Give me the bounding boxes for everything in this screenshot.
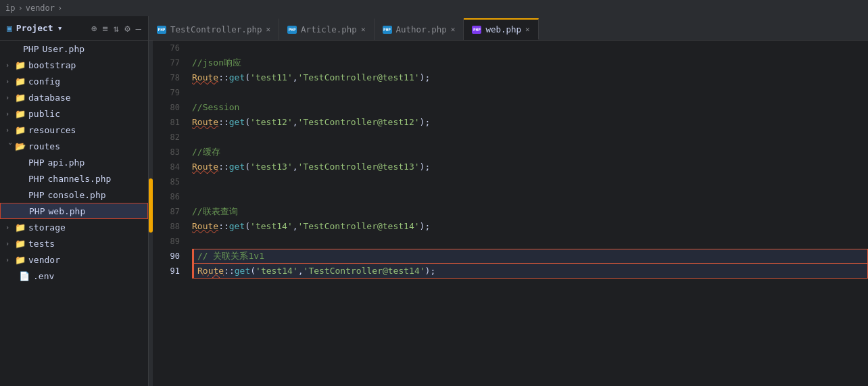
breadcrumb-sep1: › [18, 3, 22, 13]
chevron-public: › [5, 110, 15, 118]
tab-web-php[interactable]: PHP web.php ✕ [464, 18, 538, 40]
tree-item-routes[interactable]: › 📂 routes [0, 138, 148, 154]
tab-icon-article: PHP [287, 26, 297, 34]
comma-84: , [293, 160, 298, 174]
tree-item-env[interactable]: 📄 .env [0, 268, 148, 284]
folder-icon-vendor: 📁 [15, 255, 26, 265]
tree-item-bootstrap[interactable]: › 📁 bootstrap [0, 57, 148, 73]
paren2-81: ); [420, 115, 431, 130]
php-icon-user: PHP [23, 44, 39, 54]
tab-author[interactable]: PHP Author.php ✕ [375, 18, 464, 40]
code-line-81: Route::get('test12','TestController@test… [192, 115, 868, 130]
code-line-91: Route::get('test14','TestController@test… [192, 264, 868, 279]
tree-item-public[interactable]: › 📁 public [0, 105, 148, 122]
line-numbers: 76 77 78 79 80 81 82 83 84 85 86 87 88 8… [153, 41, 187, 386]
chevron-database: › [5, 94, 15, 101]
tree-item-storage[interactable]: › 📁 storage [0, 219, 148, 235]
routes-label: routes [28, 141, 60, 151]
comma-78: , [293, 70, 298, 85]
ln-80: 80 [153, 100, 180, 115]
str2-84: 'TestController@test13' [298, 160, 420, 174]
tree-item-channels-php[interactable]: PHP channels.php [0, 170, 148, 187]
operator-88: :: [218, 219, 229, 234]
tab-close-test-controller[interactable]: ✕ [266, 25, 270, 34]
tree-item-config[interactable]: › 📁 config [0, 73, 148, 89]
ln-90: 90 [153, 249, 180, 264]
code-editor[interactable]: 76 77 78 79 80 81 82 83 84 85 86 87 88 8… [149, 41, 868, 386]
sidebar-header: ▣ Project ▾ ⊕ ≡ ⇅ ⚙ — [0, 16, 148, 41]
comment-relation: // 关联关系1v1 [197, 249, 264, 264]
tab-close-author[interactable]: ✕ [451, 25, 456, 34]
route-keyword-78: Route [192, 70, 218, 85]
tree-item-api-php[interactable]: PHP api.php [0, 154, 148, 170]
user-php-label: User.php [42, 44, 85, 54]
comma-81: , [293, 115, 298, 130]
str1-91: 'test14' [256, 264, 298, 279]
editor-area: PHP TestController.php ✕ PHP Article.php… [149, 16, 868, 386]
tab-test-controller[interactable]: PHP TestController.php ✕ [149, 18, 279, 40]
str1-81: 'test12' [250, 115, 293, 130]
ln-86: 86 [153, 189, 180, 204]
bootstrap-label: bootstrap [28, 60, 76, 70]
paren-91: ( [250, 264, 256, 279]
paren-88: ( [245, 219, 250, 234]
operator-81: :: [218, 115, 229, 130]
breadcrumb-ip: ip [5, 3, 15, 13]
code-line-84: Route::get('test13','TestController@test… [192, 160, 868, 174]
tab-label-test-controller: TestController.php [170, 24, 262, 34]
code-line-83: //缓存 [192, 145, 868, 160]
config-label: config [28, 76, 60, 87]
code-line-80: //Session [192, 100, 868, 115]
ln-84: 84 [153, 160, 180, 174]
database-label: database [28, 93, 71, 103]
breadcrumb-bar: ip › vendor › [0, 0, 868, 16]
collapse-icon[interactable]: — [136, 23, 141, 34]
method-78: get [229, 70, 245, 85]
route-keyword-88: Route [192, 219, 218, 234]
align-icon[interactable]: ≡ [102, 23, 107, 34]
tree-item-database[interactable]: › 📁 database [0, 89, 148, 105]
paren2-91: ); [425, 264, 436, 279]
tree-item-resources[interactable]: › 📁 resources [0, 122, 148, 138]
ln-85: 85 [153, 174, 180, 189]
str2-81: 'TestController@test12' [298, 115, 420, 130]
storage-label: storage [28, 222, 66, 233]
tab-label-web-php: web.php [485, 24, 521, 34]
project-dropdown-icon[interactable]: ▾ [57, 23, 63, 33]
tree-item-tests[interactable]: › 📁 tests [0, 235, 148, 251]
folder-icon-config: 📁 [15, 76, 26, 87]
code-line-78: Route::get('test11','TestController@test… [192, 70, 868, 85]
tree-item-vendor[interactable]: › 📁 vendor [0, 251, 148, 268]
tree-item-web-php[interactable]: PHP web.php [0, 203, 148, 219]
scroll-indicator[interactable] [149, 41, 153, 386]
sort-icon[interactable]: ⇅ [114, 23, 119, 34]
tree-item-console-php[interactable]: PHP console.php [0, 187, 148, 203]
ln-77: 77 [153, 55, 180, 70]
web-php-label: web.php [48, 206, 85, 216]
tab-close-article[interactable]: ✕ [361, 25, 366, 34]
comment-session: //Session [192, 100, 239, 115]
str1-88: 'test14' [250, 219, 293, 234]
vendor-label: vendor [28, 255, 60, 265]
str2-78: 'TestController@test11' [298, 70, 420, 85]
tab-close-web-php[interactable]: ✕ [525, 25, 530, 34]
operator-84: :: [218, 160, 229, 174]
settings-icon[interactable]: ⚙ [124, 23, 130, 34]
chevron-resources: › [5, 126, 15, 134]
code-line-89 [192, 234, 868, 249]
tab-icon-author: PHP [383, 26, 392, 34]
tree-item-user-php[interactable]: PHP User.php [0, 41, 148, 57]
ln-82: 82 [153, 130, 180, 145]
ln-78: 78 [153, 70, 180, 85]
ln-76: 76 [153, 41, 180, 55]
chevron-config: › [5, 78, 15, 85]
tab-article[interactable]: PHP Article.php ✕ [279, 18, 374, 40]
tab-label-article: Article.php [301, 24, 357, 34]
api-php-label: api.php [47, 158, 85, 168]
str1-78: 'test11' [250, 70, 293, 85]
folder-icon-routes: 📂 [15, 141, 26, 151]
comment-json: //json响应 [192, 55, 241, 70]
globe-icon[interactable]: ⊕ [91, 23, 97, 34]
ln-81: 81 [153, 115, 180, 130]
php-icon-api: PHP [28, 158, 44, 168]
